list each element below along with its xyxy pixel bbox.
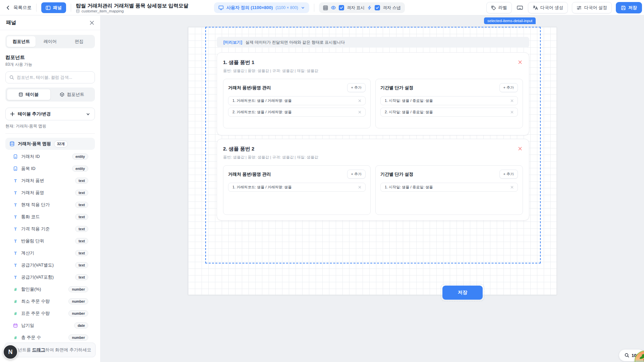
entity-icon (13, 166, 18, 171)
database-icon (9, 141, 15, 146)
magnifier-icon (625, 353, 629, 358)
preview-text: 실제 데이터가 전달되면 아래와 같은 형태로 표시됩니다 (246, 40, 345, 45)
close-icon (358, 99, 361, 102)
lightning-icon[interactable] (367, 5, 372, 10)
editor-canvas[interactable]: 저장 [미리보기] 실제 데이터가 전달되면 아래와 같은 형태로 표시됩니다 … (101, 15, 644, 362)
close-icon[interactable] (90, 20, 94, 25)
save-button[interactable]: 저장 (616, 2, 642, 13)
field-row[interactable]: T 공급가(VAT포함) text (5, 271, 95, 283)
grid-show-checkbox[interactable] (339, 5, 344, 10)
add-row-button[interactable]: + 추가 (499, 170, 518, 179)
sample-row: 2. 시작일: 샘플 / 종료일: 샘플 (380, 108, 518, 117)
field-row[interactable]: T 거래처 품명 text (5, 187, 95, 199)
preview-item-card: 2. 샘플 품번 2 품번: 샘플값 | 품명: 샘플값 | 규격: 샘플값 |… (217, 139, 529, 221)
field-row[interactable]: T 공급가(VAT별도) text (5, 259, 95, 271)
field-row[interactable]: # 할인율(%) number (5, 283, 95, 295)
add-row-button[interactable]: + 추가 (347, 170, 366, 179)
panel-toggle-button[interactable]: 패널 (41, 2, 66, 13)
selected-component-outline[interactable]: [미리보기] 실제 데이터가 전달되면 아래와 같은 형태로 표시됩니다 1. … (205, 27, 541, 263)
preview-cards: 1. 샘플 품번 1 품번: 샘플값 | 품명: 샘플값 | 규격: 샘플값 |… (217, 52, 529, 221)
back-to-list-button[interactable]: 목록으로 (5, 5, 32, 11)
tab-edit[interactable]: 편집 (65, 36, 94, 47)
database-icon (76, 9, 80, 13)
i18n-settings-button[interactable]: 다국어 설정 (572, 2, 612, 13)
sample-row-text: 1. 시작일: 샘플 / 종료일: 샘플 (385, 185, 433, 190)
remove-row-button[interactable] (511, 186, 514, 189)
grid-options-group: 격자 표시 격자 스냅 (319, 2, 405, 13)
search-icon (9, 75, 14, 80)
preview-item-card: 1. 샘플 품번 1 품번: 샘플값 | 품명: 샘플값 | 규격: 샘플값 |… (217, 52, 529, 135)
text-type-icon: T (14, 227, 17, 232)
field-row[interactable]: T 반올림 단위 text (5, 235, 95, 247)
viewport-label: 사용자 정의 (1100×800) (226, 5, 273, 11)
sample-row: 1. 거래처코드: 샘플 / 거래처명: 샘플 (228, 96, 366, 105)
remove-row-button[interactable] (511, 99, 514, 102)
sub-panel-title: 기간별 단가 설정 (380, 171, 413, 177)
grid-icon (323, 5, 328, 10)
field-list: 거래처 ID entity 품목 ID entity T 거래처 품번 text… (5, 150, 95, 344)
close-icon (511, 111, 514, 114)
field-row[interactable]: 거래처 ID entity (5, 150, 95, 163)
preview-tag: [미리보기] (223, 40, 242, 45)
remove-item-button[interactable] (517, 146, 523, 152)
close-icon (518, 60, 522, 64)
remove-row-button[interactable] (358, 186, 361, 189)
remove-row-button[interactable] (358, 99, 361, 102)
add-table-dropdown[interactable]: 테이블 추가/변경 (5, 108, 95, 120)
grid-snap-checkbox[interactable] (375, 5, 380, 10)
field-row[interactable]: T 현재 적용 단가 text (5, 199, 95, 211)
viewport-size-dropdown[interactable]: 사용자 정의 (1100×800) (1100 × 800) (214, 2, 309, 13)
sub-panel: 기간별 단가 설정 + 추가 1. 시작일: 샘플 / 종료일: 샘플 2. 시… (375, 79, 523, 128)
mode-component-button[interactable]: 컴포넌트 (51, 89, 94, 100)
viewport-size: (1100 × 800) (275, 5, 298, 10)
number-type-icon: # (14, 311, 16, 316)
back-label: 목록으로 (13, 5, 32, 11)
item-card-meta: 품번: 샘플값 | 품명: 샘플값 | 규격: 샘플값 | 재질: 샘플값 (223, 68, 523, 73)
i18n-generate-button[interactable]: 다국어 생성 (528, 2, 568, 13)
field-row[interactable]: # 표준 주문 수량 number (5, 307, 95, 319)
table-group-header[interactable]: 거래처-품목 맵핑 32개 (5, 138, 95, 150)
eye-icon[interactable] (331, 5, 336, 10)
divider (5, 133, 95, 134)
add-row-button[interactable]: + 추가 (347, 83, 366, 92)
field-row[interactable]: T 통화 코드 text (5, 211, 95, 223)
field-row[interactable]: T 계산기 text (5, 247, 95, 259)
database-icon (18, 92, 23, 97)
label-button[interactable]: 라벨 (486, 2, 512, 13)
remove-item-button[interactable] (517, 59, 523, 65)
remove-row-button[interactable] (358, 111, 361, 114)
tab-layers[interactable]: 레이어 (36, 36, 64, 47)
form-save-button[interactable]: 저장 (442, 286, 483, 300)
field-row[interactable]: T 가격 적용 기준 text (5, 223, 95, 235)
keyboard-shortcuts-button[interactable] (516, 2, 524, 13)
sub-panel-rows: 1. 시작일: 샘플 / 종료일: 샘플 2. 시작일: 샘플 / 종료일: 샘… (380, 96, 518, 117)
divider (36, 4, 37, 12)
tab-components[interactable]: 컴포넌트 (7, 36, 36, 47)
table-count-badge: 32개 (54, 140, 68, 147)
field-row[interactable]: 품목 ID entity (5, 163, 95, 175)
sample-row: 1. 시작일: 샘플 / 종료일: 샘플 (380, 183, 518, 192)
field-row[interactable]: 납기일 date (5, 319, 95, 331)
field-row[interactable]: T 거래처 품번 text (5, 175, 95, 187)
chevron-down-icon (301, 6, 305, 10)
check-icon (376, 6, 379, 9)
item-card-title: 2. 샘플 품번 2 (223, 146, 254, 152)
mode-table-button[interactable]: 테이블 (7, 89, 51, 100)
add-row-button[interactable]: + 추가 (499, 83, 518, 92)
remove-row-button[interactable] (511, 111, 514, 114)
grid-snap-label: 격자 스냅 (383, 5, 400, 11)
arrow-left-icon (5, 5, 11, 10)
field-row[interactable]: # 총 주문 수 number (5, 331, 95, 344)
assistant-avatar[interactable]: N (3, 345, 18, 359)
plus-icon (10, 112, 15, 116)
field-type-badge: text (75, 214, 88, 220)
text-type-icon: T (14, 263, 17, 268)
item-card-meta: 품번: 샘플값 | 품명: 샘플값 | 규격: 샘플값 | 재질: 샘플값 (223, 155, 523, 160)
search-input[interactable] (17, 75, 91, 80)
close-icon (518, 146, 522, 151)
mode-toggle: 테이블 컴포넌트 (5, 87, 95, 102)
date-icon (13, 323, 18, 328)
field-type-badge: number (68, 298, 88, 304)
field-row[interactable]: # 최소 주문 수량 number (5, 295, 95, 307)
chevron-down-icon (86, 112, 90, 116)
